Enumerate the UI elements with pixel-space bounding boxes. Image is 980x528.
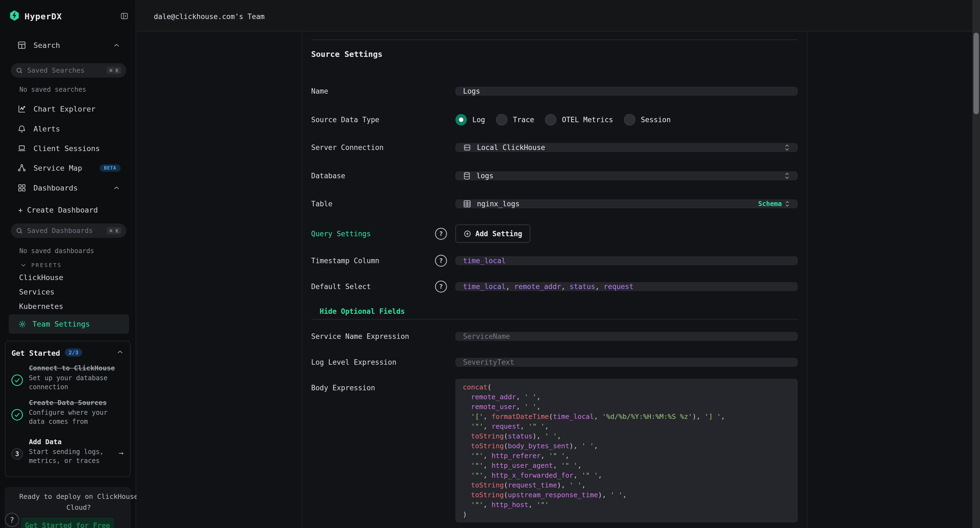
query-settings-row: Query Settings ? Add Setting (311, 224, 798, 243)
sidebar-item-label: Search (33, 41, 60, 49)
radio-unselected-icon[interactable] (624, 114, 635, 126)
sidebar-item-team-settings[interactable]: Team Settings (9, 314, 129, 334)
radio-selected-icon[interactable] (455, 114, 467, 126)
get-started-step[interactable]: Connect to ClickHouse Set up your databa… (29, 364, 123, 392)
radio-option-otel-metrics[interactable]: OTEL Metrics (545, 114, 613, 126)
radio-unselected-icon[interactable] (496, 114, 508, 126)
field-label: Body Expression (311, 384, 375, 392)
scrollbar-track[interactable] (972, 0, 980, 528)
radio-label: Session (641, 116, 671, 124)
sidebar: HyperDX Search Saved Searches ⌘ K No sav… (0, 0, 136, 528)
radio-option-log[interactable]: Log (455, 114, 485, 126)
timestamp-column-value: time_local (463, 257, 506, 265)
shortcut-badge: ⌘ K (107, 67, 121, 74)
scrollbar-thumb[interactable] (974, 33, 979, 114)
presets-toggle[interactable]: PRESETS (21, 262, 62, 268)
database-select[interactable]: logs (455, 172, 798, 180)
table-value: nginx_logs (477, 200, 520, 208)
help-button[interactable]: ? (5, 513, 19, 527)
field-label: Database (311, 172, 435, 180)
name-row: Name Logs (311, 81, 798, 101)
field-label: Source Data Type (311, 116, 435, 124)
sidebar-item-service-map[interactable]: Service Map BETA (0, 158, 136, 178)
laptop-icon (18, 144, 26, 153)
timestamp-column-input[interactable]: time_local (455, 256, 798, 265)
sidebar-item-label: Service Map (33, 164, 82, 172)
preset-item-clickhouse[interactable]: ClickHouse (19, 273, 64, 282)
sidebar-item-client-sessions[interactable]: Client Sessions (0, 138, 136, 158)
chevron-up-icon[interactable] (113, 43, 119, 47)
collapse-sidebar-icon[interactable] (120, 12, 129, 20)
progress-badge: 2/3 (65, 348, 82, 356)
presets-label: PRESETS (31, 262, 62, 268)
step-title: Create Data Sources (29, 399, 123, 407)
magnifier-icon (16, 227, 23, 234)
saved-dashboards-input[interactable]: Saved Dashboards ⌘ K (11, 223, 126, 238)
timestamp-column-row: Timestamp Column ? time_local (311, 251, 798, 270)
field-label: Query Settings (311, 230, 435, 238)
page-title: dale@clickhouse.com's Team (154, 13, 265, 21)
log-level-placeholder: SeverityText (463, 358, 514, 366)
get-started-title: Get Started (11, 349, 60, 357)
chevron-up-icon[interactable] (113, 186, 119, 190)
chevron-up-icon[interactable] (117, 350, 123, 354)
name-input[interactable]: Logs (455, 87, 798, 95)
get-started-card: Get Started 2/3 Connect to ClickHouse Se… (5, 341, 130, 477)
preset-item-kubernetes[interactable]: Kubernetes (19, 302, 64, 310)
sidebar-item-alerts[interactable]: Alerts (0, 119, 136, 138)
radio-option-session[interactable]: Session (624, 114, 671, 126)
service-name-row: Service Name Expression ServiceName (311, 327, 798, 346)
default-select-input[interactable]: time_local, remote_addr, status, request (455, 282, 798, 291)
table-select[interactable]: nginx_logs Schema (455, 199, 798, 208)
schema-link[interactable]: Schema (758, 200, 782, 208)
source-settings-pane: Source Settings Name Logs Source Data Ty… (302, 32, 807, 528)
radio-option-trace[interactable]: Trace (496, 114, 534, 126)
select-chevrons-icon (784, 143, 790, 152)
sidebar-item-chart-explorer[interactable]: Chart Explorer (0, 99, 136, 119)
field-label: Log Level Expression (311, 358, 435, 366)
help-icon[interactable]: ? (435, 281, 447, 293)
hide-optional-fields-link[interactable]: Hide Optional Fields (320, 307, 405, 315)
get-started-step[interactable]: Add Data Start sending logs, metrics, or… (29, 438, 123, 465)
step-check-icon (11, 374, 23, 386)
saved-searches-input[interactable]: Saved Searches ⌘ K (11, 63, 126, 78)
section-heading: Source Settings (311, 49, 382, 59)
table-row: Table nginx_logs Schema (311, 194, 798, 213)
sidebar-item-search[interactable]: Search (0, 35, 136, 55)
chart-icon (18, 105, 26, 113)
get-started-free-button[interactable]: Get Started for Free (21, 518, 114, 528)
add-setting-button[interactable]: Add Setting (455, 224, 530, 243)
step-desc: Set up your database connection (29, 374, 123, 392)
field-label: Name (311, 87, 435, 95)
hyperdx-logo-icon[interactable] (9, 10, 20, 21)
get-started-step[interactable]: Create Data Sources Configure where your… (29, 399, 123, 426)
server-icon (463, 143, 471, 152)
add-setting-label: Add Setting (475, 230, 522, 238)
sidebar-item-label: Alerts (33, 125, 60, 133)
source-data-type-radios: LogTraceOTEL MetricsSession (455, 114, 798, 126)
shortcut-badge: ⌘ K (107, 227, 121, 234)
preset-item-services[interactable]: Services (19, 288, 54, 296)
arrow-right-icon[interactable]: → (119, 448, 124, 458)
saved-dashboards-placeholder: Saved Dashboards (27, 227, 107, 235)
deploy-card: Ready to deploy on ClickHouse Cloud? Get… (5, 487, 131, 528)
radio-label: Log (472, 116, 485, 124)
log-level-input[interactable]: SeverityText (455, 358, 798, 367)
field-label: Default Select (311, 283, 435, 291)
no-saved-dashboards-text: No saved dashboards (19, 247, 94, 255)
help-icon[interactable]: ? (435, 255, 447, 267)
radio-unselected-icon[interactable] (545, 114, 557, 126)
body-expression-editor[interactable]: concat( remote_addr, ' ', remote_user, '… (455, 379, 798, 522)
create-dashboard-button[interactable]: + Create Dashboard (18, 206, 98, 214)
sidebar-item-label: Chart Explorer (33, 105, 95, 113)
database-value: logs (476, 172, 493, 180)
help-icon[interactable]: ? (435, 228, 447, 240)
service-name-input[interactable]: ServiceName (455, 332, 798, 341)
radio-label: OTEL Metrics (562, 116, 613, 124)
default-select-value: time_local, remote_addr, status, request (463, 283, 633, 291)
app-root: HyperDX Search Saved Searches ⌘ K No sav… (0, 0, 980, 528)
server-connection-row: Server Connection Local ClickHouse (311, 138, 798, 157)
sidebar-item-label: Client Sessions (33, 144, 100, 153)
server-connection-select[interactable]: Local ClickHouse (455, 143, 798, 152)
sidebar-item-dashboards[interactable]: Dashboards (0, 178, 136, 197)
